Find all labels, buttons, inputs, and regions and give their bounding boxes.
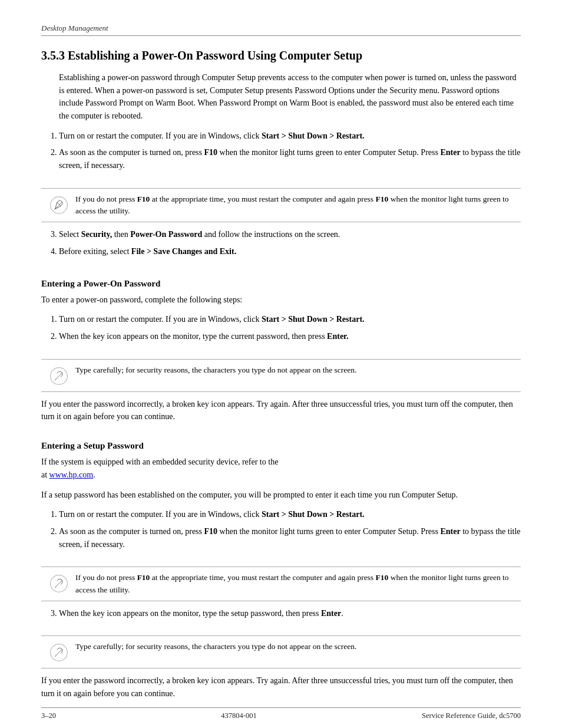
svg-line-7 [57,374,61,378]
subsection-2-intro2: If a setup password has been established… [41,489,521,502]
hp-link[interactable]: www.hp.com [49,470,94,479]
list-item: Turn on or restart the computer. If you … [59,313,521,326]
steps-list-1: Turn on or restart the computer. If you … [59,130,521,176]
subsection-2-title: Entering a Setup Password [41,441,521,451]
svg-line-15 [57,650,61,655]
note-icon-3 [48,573,70,594]
list-item: As soon as the computer is turned on, pr… [59,525,521,551]
note-box-1: If you do not press F10 at the appropria… [41,188,521,223]
subsection-2-step3-list: When the key icon appears on the monitor… [59,607,521,624]
list-item: Select Security, then Power-On Password … [59,228,521,241]
steps-list-2: Select Security, then Power-On Password … [59,228,521,262]
svg-line-11 [57,581,61,586]
list-item: As soon as the computer is turned on, pr… [59,146,521,172]
list-item: Turn on or restart the computer. If you … [59,130,521,143]
note-icon-1 [48,195,70,216]
list-item: When the key icon appears on the monitor… [59,607,521,620]
note-content-2: Type carefully; for security reasons, th… [75,364,356,376]
note-content-1: If you do not press F10 at the appropria… [75,193,514,218]
subsection-1-title: Entering a Power-On Password [41,279,521,289]
section-title: 3.5.3 Establishing a Power-On Password U… [41,48,521,63]
note-box-3: If you do not press F10 at the appropria… [41,566,521,601]
subsection-1-after-note: If you enter the password incorrectly, a… [41,398,521,423]
footer-right: Service Reference Guide, dc5700 [422,711,521,720]
note-icon-2 [48,365,70,387]
list-item: Turn on or restart the computer. If you … [59,508,521,521]
page: Desktop Management 3.5.3 Establishing a … [0,0,562,728]
header-text: Desktop Management [41,24,108,32]
svg-line-14 [55,655,56,657]
footer-center: 437804-001 [221,711,256,720]
page-footer: 3–20 437804-001 Service Reference Guide,… [41,707,521,720]
intro-paragraph: Establishing a power-on password through… [59,71,521,123]
subsection-1-steps: Turn on or restart the computer. If you … [59,313,521,347]
page-header: Desktop Management [41,24,521,36]
subsection-2-steps: Turn on or restart the computer. If you … [59,508,521,555]
note-content-4: Type carefully; for security reasons, th… [75,641,356,653]
subsection-2-after-note: If you enter the password incorrectly, a… [41,674,521,700]
note-icon-4 [48,642,70,663]
note-content-3: If you do not press F10 at the appropria… [75,572,514,596]
subsection-1-intro: To enter a power-on password, complete t… [41,294,521,307]
list-item: Before exiting, select File > Save Chang… [59,245,521,258]
footer-left: 3–20 [41,711,56,720]
svg-line-10 [55,587,56,588]
list-item: When the key icon appears on the monitor… [59,330,521,343]
subsection-2-intro1: If the system is equipped with an embedd… [41,456,521,481]
svg-line-6 [55,379,56,380]
note-box-4: Type carefully; for security reasons, th… [41,635,521,668]
note-box-2: Type carefully; for security reasons, th… [41,359,521,392]
